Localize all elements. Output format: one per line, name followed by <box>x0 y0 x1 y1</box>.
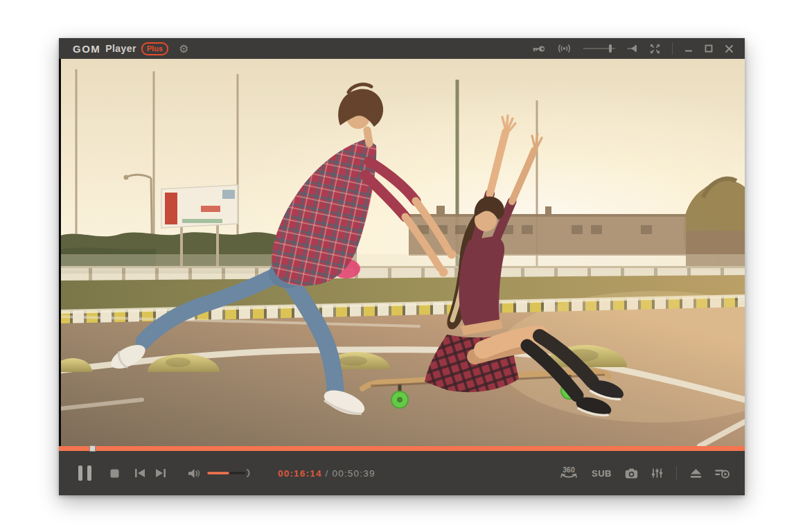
time-total: 00:50:39 <box>333 468 375 479</box>
logo-player: Player <box>105 43 136 54</box>
plus-badge: Plus <box>141 42 168 55</box>
equalizer-button[interactable] <box>651 468 663 479</box>
app-logo: GOM Player Plus ⚙ <box>59 42 188 55</box>
logo-gom: GOM <box>73 43 100 55</box>
video-display-area[interactable] <box>59 59 745 446</box>
volume-icon[interactable] <box>188 468 201 479</box>
fullscreen-icon[interactable] <box>650 44 660 54</box>
snapshot-button[interactable] <box>625 468 638 479</box>
next-button[interactable] <box>155 468 166 478</box>
minimize-icon[interactable] <box>684 44 693 53</box>
broadcast-icon[interactable] <box>557 44 572 53</box>
key-icon[interactable] <box>532 44 545 53</box>
opacity-slider-knob[interactable] <box>609 44 612 53</box>
seek-handle[interactable] <box>89 445 96 452</box>
opacity-slider[interactable] <box>583 44 615 53</box>
settings-gear-icon[interactable]: ⚙ <box>179 42 188 55</box>
label-360: 360 <box>563 466 575 474</box>
seekbar[interactable] <box>59 446 745 451</box>
titlebar[interactable]: GOM Player Plus ⚙ <box>59 38 745 59</box>
control-bar: 00:16:14 / 00:50:39 360 SUB <box>59 451 745 495</box>
view-360-button[interactable]: 360 <box>559 466 578 481</box>
pin-icon[interactable] <box>627 44 638 53</box>
subtitles-button[interactable]: SUB <box>592 468 612 479</box>
gom-player-window: GOM Player Plus ⚙ <box>59 38 745 495</box>
volume-slider[interactable] <box>207 468 253 479</box>
controls-divider <box>676 466 677 480</box>
close-icon[interactable] <box>725 44 734 53</box>
previous-button[interactable] <box>134 468 145 478</box>
time-display: 00:16:14 / 00:50:39 <box>278 468 375 479</box>
video-frame <box>59 59 745 446</box>
pause-button[interactable] <box>78 466 91 481</box>
stop-button[interactable] <box>110 469 119 478</box>
maximize-icon[interactable] <box>705 44 713 53</box>
eject-button[interactable] <box>690 468 702 479</box>
titlebar-divider <box>672 42 673 55</box>
time-separator: / <box>322 468 333 479</box>
playlist-button[interactable] <box>715 468 729 479</box>
time-current: 00:16:14 <box>278 468 322 479</box>
